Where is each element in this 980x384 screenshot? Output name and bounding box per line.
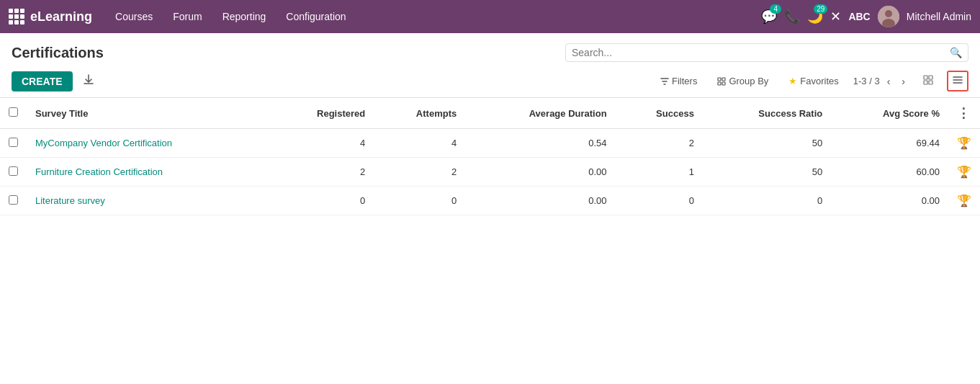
table-row: Furniture Creation Certification 2 2 0.0… — [0, 158, 980, 187]
row-checkbox-cell[interactable] — [0, 158, 27, 187]
row-title-link[interactable]: Furniture Creation Certification — [35, 166, 163, 177]
svg-rect-3 — [718, 78, 721, 81]
col-header-registered: Registered — [270, 98, 374, 129]
row-success: 1 — [616, 158, 703, 187]
row-success: 2 — [616, 129, 703, 158]
row-checkbox-cell[interactable] — [0, 129, 27, 158]
grid-view-button[interactable] — [918, 71, 938, 91]
brand-name: eLearning — [30, 9, 92, 24]
row-checkbox[interactable] — [9, 166, 18, 176]
group-by-label: Group By — [729, 76, 768, 86]
group-by-button[interactable]: Group By — [711, 73, 774, 89]
row-attempts: 2 — [374, 158, 465, 187]
pagination-info: 1-3 / 3 ‹ › — [853, 74, 909, 89]
brand-area[interactable]: eLearning — [9, 9, 92, 24]
col-header-success: Success — [616, 98, 703, 129]
avatar[interactable] — [878, 6, 899, 27]
activity-badge: 29 — [814, 4, 827, 14]
row-avg-score: 60.00 — [831, 158, 948, 187]
row-attempts: 0 — [374, 187, 465, 215]
row-registered: 0 — [270, 187, 374, 215]
svg-rect-8 — [929, 76, 932, 79]
download-button[interactable] — [80, 71, 97, 91]
select-all-header — [0, 98, 27, 129]
row-attempts: 4 — [374, 129, 465, 158]
col-header-title: Survey Title — [27, 98, 270, 129]
user-name: Mitchell Admin — [907, 11, 971, 22]
row-avg-duration: 0.00 — [465, 187, 615, 215]
col-header-attempts: Attempts — [374, 98, 465, 129]
row-success-ratio: 50 — [703, 158, 831, 187]
pagination-next[interactable]: › — [897, 74, 909, 89]
chat-badge: 4 — [770, 4, 781, 14]
col-header-avg-duration: Average Duration — [465, 98, 615, 129]
page-title: Certifications — [12, 45, 104, 61]
row-title-link[interactable]: Literature survey — [35, 195, 105, 206]
favorites-button[interactable]: ★ Favorites — [783, 73, 844, 89]
row-avg-duration: 0.00 — [465, 158, 615, 187]
trophy-icon: 🏆 — [957, 137, 971, 149]
row-title-cell: MyCompany Vendor Certification — [27, 129, 270, 158]
col-header-avg-score: Avg Score % — [831, 98, 948, 129]
svg-rect-5 — [718, 82, 721, 85]
select-all-checkbox[interactable] — [9, 107, 18, 117]
svg-rect-10 — [929, 81, 932, 84]
row-checkbox[interactable] — [9, 138, 18, 147]
search-icon[interactable]: 🔍 — [950, 47, 962, 58]
create-button[interactable]: CREATE — [12, 71, 73, 91]
close-icon-btn[interactable]: ✕ — [830, 9, 841, 24]
row-checkbox[interactable] — [9, 195, 18, 205]
row-success-ratio: 0 — [703, 187, 831, 215]
list-view-button[interactable] — [947, 71, 968, 91]
main-content: Certifications 🔍 CREATE Filters — [0, 33, 980, 384]
abc-icon-btn[interactable]: ABC — [848, 11, 870, 22]
row-registered: 4 — [270, 129, 374, 158]
filters-label: Filters — [672, 76, 697, 86]
nav-configuration[interactable]: Configuration — [277, 6, 354, 27]
column-options-icon[interactable]: ⋮ — [957, 106, 970, 120]
col-header-actions: ⋮ — [948, 98, 980, 129]
table-row: MyCompany Vendor Certification 4 4 0.54 … — [0, 129, 980, 158]
top-navigation: eLearning Courses Forum Reporting Config… — [0, 0, 980, 33]
nav-menu: Courses Forum Reporting Configuration — [107, 6, 758, 27]
app-grid-icon[interactable] — [9, 9, 24, 24]
row-title-link[interactable]: MyCompany Vendor Certification — [35, 138, 172, 148]
row-title-cell: Literature survey — [27, 187, 270, 215]
svg-rect-6 — [722, 82, 725, 85]
svg-point-1 — [885, 10, 892, 17]
svg-rect-9 — [924, 81, 927, 84]
row-checkbox-cell[interactable] — [0, 187, 27, 215]
row-trophy-cell: 🏆 — [948, 187, 980, 215]
search-input[interactable] — [572, 47, 950, 58]
nav-courses[interactable]: Courses — [107, 6, 161, 27]
search-bar: 🔍 — [565, 43, 968, 62]
activity-icon-btn[interactable]: 🌙 29 — [807, 9, 823, 24]
row-avg-duration: 0.54 — [465, 129, 615, 158]
pagination-prev[interactable]: ‹ — [883, 74, 895, 89]
nav-reporting[interactable]: Reporting — [214, 6, 275, 27]
table-row: Literature survey 0 0 0.00 0 0 0.00 🏆 — [0, 187, 980, 215]
favorites-label: Favorites — [800, 76, 838, 86]
svg-rect-4 — [722, 78, 725, 81]
chat-icon-btn[interactable]: 💬 4 — [761, 9, 777, 24]
certifications-table: Survey Title Registered Attempts Average… — [0, 98, 980, 215]
row-success: 0 — [616, 187, 703, 215]
pagination-text: 1-3 / 3 — [853, 76, 880, 86]
phone-icon-btn[interactable]: 📞 — [784, 9, 800, 24]
nav-right-icons: 💬 4 📞 🌙 29 ✕ ABC Mitchell Admin — [761, 6, 971, 27]
row-trophy-cell: 🏆 — [948, 158, 980, 187]
filters-button[interactable]: Filters — [655, 73, 703, 89]
row-title-cell: Furniture Creation Certification — [27, 158, 270, 187]
trophy-icon: 🏆 — [957, 166, 971, 178]
svg-rect-7 — [924, 76, 927, 79]
trophy-icon: 🏆 — [957, 195, 971, 207]
col-header-success-ratio: Success Ratio — [703, 98, 831, 129]
row-avg-score: 0.00 — [831, 187, 948, 215]
nav-forum[interactable]: Forum — [164, 6, 210, 27]
row-registered: 2 — [270, 158, 374, 187]
row-trophy-cell: 🏆 — [948, 129, 980, 158]
row-success-ratio: 50 — [703, 129, 831, 158]
row-avg-score: 69.44 — [831, 129, 948, 158]
